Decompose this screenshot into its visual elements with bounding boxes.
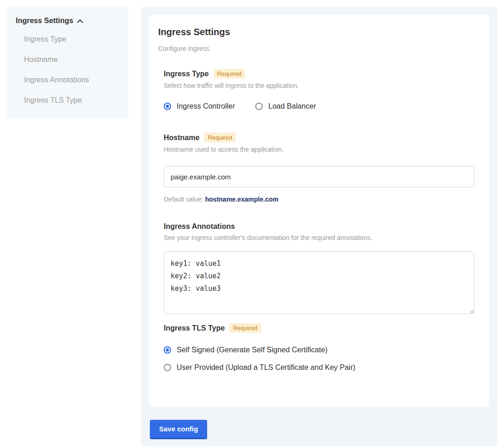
required-badge: Required <box>204 133 236 142</box>
tls-type-radio-group: Self Signed (Generate Self Signed Certif… <box>164 346 474 372</box>
radio-label: Load Balancer <box>268 102 316 110</box>
sidebar-item-ingress-annotations[interactable]: Ingress Annotations <box>16 76 119 84</box>
section-hostname: Hostname Required Hostname used to acces… <box>164 133 474 203</box>
annotations-textarea[interactable]: key1: value1 key2: value2 key3: value3 <box>164 252 474 314</box>
hostname-default-line: Default value: hostname.example.com <box>164 196 474 203</box>
radio-label: Self Signed (Generate Self Signed Certif… <box>177 346 327 354</box>
config-nav-sidebar: Ingress Settings Ingress Type Hostname I… <box>6 6 129 118</box>
self-signed-radio[interactable] <box>164 346 171 354</box>
hostname-input[interactable] <box>164 166 474 187</box>
user-provided-radio[interactable] <box>164 364 171 371</box>
tls-type-label: Ingress TLS Type <box>164 324 225 332</box>
config-card: Ingress Settings Configure Ingress Ingre… <box>149 15 489 407</box>
radio-label: Ingress Controller <box>177 102 235 110</box>
chevron-up-icon <box>77 19 83 23</box>
config-main-panel: Ingress Settings Configure Ingress Ingre… <box>141 6 498 446</box>
ingress-type-label: Ingress Type <box>164 70 209 78</box>
hostname-label: Hostname <box>164 134 199 142</box>
required-badge: Required <box>214 69 246 79</box>
radio-option-ingress-controller[interactable]: Ingress Controller <box>164 102 235 110</box>
ingress-type-help: Select how traffic will ingress to the a… <box>164 82 474 89</box>
ingress-type-radio-group: Ingress Controller Load Balancer <box>164 102 474 110</box>
load-balancer-radio[interactable] <box>255 103 263 110</box>
sidebar-group-ingress-settings[interactable]: Ingress Settings <box>16 17 119 25</box>
sidebar-group-title: Ingress Settings <box>16 17 73 25</box>
sidebar-item-ingress-type[interactable]: Ingress Type <box>16 35 119 43</box>
sidebar-items: Ingress Type Hostname Ingress Annotation… <box>16 35 119 104</box>
annotations-help: See your ingress controller's documentat… <box>164 234 474 241</box>
radio-option-self-signed[interactable]: Self Signed (Generate Self Signed Certif… <box>164 346 474 354</box>
radio-option-load-balancer[interactable]: Load Balancer <box>255 102 316 110</box>
section-ingress-tls-type: Ingress TLS Type Required Self Signed (G… <box>164 323 474 372</box>
page-subtitle: Configure Ingress <box>158 45 474 52</box>
required-badge: Required <box>229 323 261 333</box>
radio-option-user-provided[interactable]: User Provided (Upload a TLS Certificate … <box>164 363 474 372</box>
annotations-label: Ingress Annotations <box>164 222 235 231</box>
section-ingress-annotations: Ingress Annotations See your ingress con… <box>164 222 474 316</box>
sidebar-item-ingress-tls-type[interactable]: Ingress TLS Type <box>16 96 119 104</box>
radio-label: User Provided (Upload a TLS Certificate … <box>177 363 356 372</box>
page-title: Ingress Settings <box>158 27 474 37</box>
default-value: hostname.example.com <box>205 196 279 203</box>
section-ingress-type: Ingress Type Required Select how traffic… <box>164 69 474 110</box>
default-value-prefix: Default value: <box>164 196 205 203</box>
sidebar-item-hostname[interactable]: Hostname <box>16 55 119 64</box>
save-config-button[interactable]: Save config <box>150 420 207 438</box>
hostname-help: Hostname used to access the application. <box>164 146 474 153</box>
ingress-controller-radio[interactable] <box>164 103 171 110</box>
